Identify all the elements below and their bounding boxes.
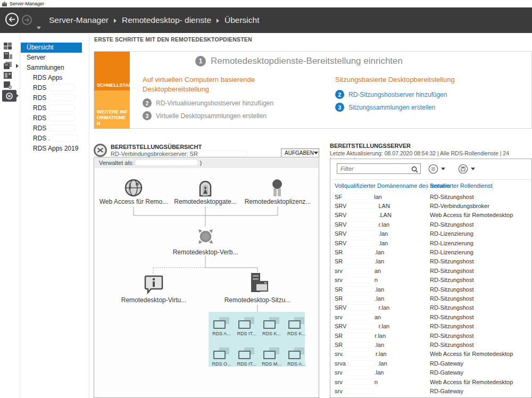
virtualization-host-icon[interactable] (144, 274, 164, 296)
back-button[interactable] (5, 13, 19, 26)
table-row[interactable]: SR.lan RD-Lizenzierung (331, 247, 531, 256)
all-servers-icon[interactable] (4, 62, 14, 71)
vm-step-2[interactable]: 2 RD-Virtualisierungshostserver hinzufüg… (143, 98, 307, 107)
sidebar-item[interactable]: RDS . (21, 134, 89, 144)
table-row[interactable]: SRV.lan RD-Lizenzierung (331, 229, 531, 238)
server-name-prefix: srv (335, 277, 343, 283)
collection-tile[interactable]: RDS K... (260, 317, 284, 336)
breadcrumb-rds[interactable]: Remotedesktop- dienste (122, 15, 211, 25)
history-dropdown-icon[interactable] (37, 27, 41, 29)
redaction-blob (49, 125, 74, 131)
save-options-button[interactable] (458, 164, 475, 174)
session-step-2[interactable]: 2 RD-Sitzungshostserver hinzufügen (335, 90, 516, 99)
server-name-cell: srv.lan (331, 369, 426, 376)
column-role[interactable]: Installierter Rollendienst (430, 183, 492, 189)
sidebar-item[interactable]: Sammlungen (21, 63, 89, 73)
all-servers-expander-icon[interactable] (16, 64, 19, 68)
rds-expander-icon[interactable] (16, 94, 19, 98)
vm-deployment-heading[interactable]: Auf virtuellen Computern basierende Desk… (143, 75, 307, 94)
web-access-icon[interactable] (124, 178, 143, 200)
virtualization-host-label[interactable]: Remotedesktop-Virtu... (114, 296, 194, 304)
sidebar-item[interactable]: Server (21, 53, 89, 63)
table-row[interactable]: SRVr.lan RD-Sitzungshost (331, 220, 531, 229)
session-step-3[interactable]: 3 Sitzungssammlungen erstellen (335, 103, 516, 112)
sidebar-item[interactable]: RDS (21, 103, 89, 113)
table-row[interactable]: srvn RD-Sitzungshost (331, 276, 531, 285)
table-row[interactable]: srv.r.lan Web Access für Remotedesktop (331, 350, 531, 359)
table-row[interactable]: SR.lan RD-Sitzungshost (331, 294, 531, 303)
table-row[interactable]: SRVLAN RD-Verbindungsbroker (331, 201, 531, 210)
gateway-label[interactable]: Remotedesktopgate... (165, 198, 245, 205)
table-row[interactable]: srvan RD-Sitzungshost (331, 266, 531, 275)
server-name-prefix: SR (335, 333, 343, 339)
licensing-icon[interactable] (268, 178, 286, 200)
table-row[interactable]: srvan RD-Sitzungshost (331, 312, 531, 321)
table-row[interactable]: srv RD-Gateway (331, 386, 531, 395)
tab-quickstart[interactable]: SCHNELLSTART (94, 52, 130, 90)
server-name-prefix: SRV (335, 230, 346, 237)
sidebar-item[interactable]: RDS Apps (21, 73, 89, 83)
redaction-blob (344, 342, 373, 347)
collection-tile[interactable]: RDS IT... (235, 317, 259, 336)
session-host-label[interactable]: Remotedesktop-Sitzu... (218, 296, 297, 304)
web-access-label[interactable]: Web Access für Remo... (94, 198, 173, 205)
forward-button[interactable] (22, 15, 32, 25)
vm-step-3[interactable]: 3 Virtuelle Desktopsammlungen erstellen (143, 111, 307, 120)
table-row[interactable]: SRV.LAN Web Access für Remotedesktop (331, 211, 531, 220)
session-host-icon[interactable] (248, 272, 269, 296)
server-role-cell: RD-Gateway (426, 388, 463, 394)
table-row[interactable]: SRVr.lan RD-Sitzungshost (331, 321, 531, 330)
rds-section-icon (93, 143, 107, 157)
local-server-icon[interactable] (4, 52, 14, 62)
collection-tile[interactable]: RDS O... (210, 347, 234, 367)
sidebar-item-label: RDS Apps (33, 74, 62, 81)
server-name-cell: srvan (331, 314, 426, 320)
getting-started-header: ERSTE SCHRITTE MIT DEN REMOTEDESKTOPDIEN… (94, 36, 252, 43)
sidebar-item[interactable]: RDS (21, 123, 89, 134)
list-options-button[interactable] (428, 164, 445, 174)
table-row[interactable]: SRr.lan RD-Sitzungshost (331, 331, 531, 340)
collection-tile[interactable]: RDS M... (260, 347, 284, 367)
collection-tile[interactable]: RDS K... (285, 317, 309, 336)
server-role-cell: RD-Sitzungshost (426, 295, 474, 302)
table-row[interactable]: SFlan RD-Sitzungshost (331, 192, 531, 201)
filter-input[interactable] (337, 163, 421, 174)
table-row[interactable]: srvn Web Access für Remotedesktop (331, 377, 531, 386)
tasks-button[interactable]: AUFGABEN (281, 148, 319, 157)
licensing-label[interactable]: Remotedesktoplizenz... (238, 198, 318, 205)
session-deployment-heading[interactable]: Sitzungsbasierte Desktopbereitstellung (335, 75, 516, 85)
server-name-cell: srvn (331, 277, 426, 283)
sidebar-item[interactable]: RDS (21, 113, 89, 123)
sidebar-item[interactable]: RDS Apps 2019 (21, 144, 89, 154)
table-row[interactable]: srv.lan RD-Gateway (331, 368, 531, 377)
server-name-suffix: n (375, 379, 378, 385)
file-storage-services-icon[interactable] (4, 72, 14, 81)
table-row[interactable]: SR.lan RD-Sitzungshost (331, 285, 531, 294)
table-row[interactable]: SRVr.lan RD-Sitzungshost (331, 303, 531, 312)
tab-more-info[interactable]: WEITERE INFORMATIONEN (94, 90, 130, 129)
breadcrumb-server-manager[interactable]: Server-Manager (49, 15, 109, 25)
table-row[interactable]: srva.lan RD-Gateway (331, 359, 531, 368)
collection-tile[interactable]: RDS IT... (235, 347, 259, 367)
collection-tile[interactable]: RDS A... (210, 317, 234, 336)
collection-tile[interactable]: RDS A... (285, 347, 309, 367)
sidebar-item[interactable]: Übersicht (21, 43, 82, 53)
server-name-suffix: .lan (375, 342, 384, 348)
table-row[interactable]: SR.lan RD-Sitzungshost (331, 340, 531, 349)
table-row[interactable]: SR.lan RD-Sitzungshost (331, 257, 531, 266)
sidebar-item[interactable]: RDS (21, 83, 89, 93)
dashboard-icon[interactable] (4, 43, 14, 52)
connection-broker-icon[interactable] (196, 227, 215, 248)
sidebar-item[interactable]: RDS (21, 93, 89, 103)
tab-more-info-label: WEITERE INFORMATIONEN (97, 109, 129, 127)
server-name-cell: SRr.lan (331, 333, 426, 339)
table-row[interactable]: SRV.lan RD-Lizenzierung (331, 238, 531, 247)
breadcrumb-uebersicht[interactable]: Übersicht (225, 15, 259, 25)
connection-broker-label[interactable]: Remotedesktop-Verb... (165, 248, 245, 256)
search-icon[interactable] (411, 165, 418, 175)
tab-quickstart-label: SCHNELLSTART (97, 82, 135, 88)
collection-monitor-icon (263, 317, 280, 329)
remote-desktop-services-icon[interactable] (2, 90, 16, 102)
overview-subtitle: RD-Verbindungsbrokerserver: SR (111, 151, 247, 157)
gateway-icon[interactable] (196, 178, 215, 200)
